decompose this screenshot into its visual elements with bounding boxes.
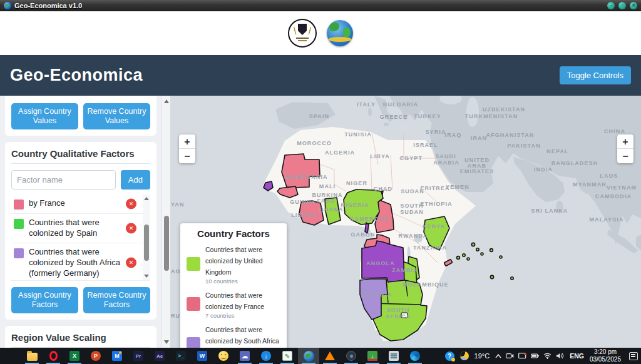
taskbar-vlc[interactable] [319, 348, 341, 364]
taskbar-edge[interactable] [404, 348, 426, 364]
after-effects-icon: Ae [155, 351, 165, 361]
scroll-down-icon[interactable] [144, 275, 149, 278]
meet-now-icon[interactable] [506, 353, 514, 359]
window-title: Geo-Economica v1.0 [14, 2, 82, 9]
weather-moon-icon[interactable] [460, 351, 469, 360]
language-indicator[interactable]: ENG [570, 352, 584, 360]
legend-count: 10 countries [205, 278, 280, 285]
world-map[interactable]: ITALYBULGARIASPAINGREECETURKEYSYRIAIRAQT… [170, 96, 641, 348]
taskbar-geo-economica-active[interactable] [298, 348, 319, 364]
taskbar-powerpoint[interactable]: P [85, 348, 106, 364]
factor-label: Countries that were colonized by South A… [29, 247, 128, 279]
close-icon[interactable]: ✕ [630, 2, 637, 9]
map-zoom-control-right[interactable]: + − [617, 134, 633, 163]
taskbar-downloader[interactable]: ↓ [255, 348, 277, 364]
factor-row-spain[interactable]: Countries that were colonized by Spain ✕ [11, 214, 150, 243]
toggle-controls-button[interactable]: Toggle Controls [560, 66, 631, 84]
taskbar-cloud-app[interactable]: ☁ [234, 348, 255, 364]
taskbar-maps-app[interactable]: M [106, 348, 128, 364]
taskbar-messenger[interactable] [213, 348, 234, 364]
taskbar-file-explorer[interactable] [21, 348, 43, 364]
taskbar-notepad[interactable] [383, 348, 404, 364]
factor-color-swatch [14, 248, 24, 258]
country-values-card: Assign Country Values Remove Country Val… [5, 96, 156, 136]
legend-item-france: Countries that were colonized by France … [187, 289, 280, 319]
factor-row-south-africa[interactable]: Countries that were colonized by South A… [11, 243, 150, 281]
action-center-icon[interactable] [629, 352, 638, 360]
delete-factor-icon[interactable]: ✕ [126, 199, 136, 210]
page-title: Geo-Economica [10, 66, 143, 85]
weather-temperature[interactable]: 19°C [474, 352, 490, 360]
display-share-icon[interactable] [518, 353, 526, 360]
legend-swatch [187, 257, 200, 271]
taskbar-word[interactable]: W [192, 348, 213, 364]
battery-icon[interactable] [531, 353, 539, 358]
legend-title: Country Factors [187, 228, 280, 239]
excel-icon: X [69, 351, 79, 361]
assign-country-factors-button[interactable]: Assign Country Factors [11, 287, 78, 313]
taskbar-after-effects[interactable]: Ae [149, 348, 170, 364]
legend-swatch [187, 337, 200, 348]
taskbar-clock[interactable]: 3:20 pm 03/05/2025 [590, 348, 621, 363]
edge-icon [410, 351, 420, 361]
taskbar-powershell[interactable]: >_ [170, 348, 192, 364]
time: 3:20 pm [590, 348, 621, 356]
factor-list-scrollbar[interactable] [143, 195, 150, 280]
maximize-icon[interactable]: ▫ [618, 2, 626, 9]
zoom-out-button[interactable]: − [617, 149, 633, 163]
assign-country-values-button[interactable]: Assign Country Values [11, 103, 78, 129]
geoeconomica-globe-logo [327, 20, 353, 46]
legend-swatch [187, 297, 200, 311]
chevron-up-icon[interactable] [495, 354, 501, 358]
factor-name-input[interactable] [11, 170, 116, 190]
lesotho [401, 313, 408, 318]
help-icon[interactable]: ? [445, 351, 454, 361]
taskbar-camera-app[interactable] [341, 348, 362, 364]
scroll-down-icon[interactable] [164, 340, 169, 344]
region-value-scaling-heading: Region Value Scaling [11, 332, 150, 348]
powershell-icon: >_ [176, 351, 186, 361]
taskbar-excel[interactable]: X [64, 348, 85, 364]
add-factor-button[interactable]: Add [121, 170, 150, 190]
taskbar-idm[interactable]: ↓ [362, 348, 383, 364]
wifi-icon[interactable] [543, 353, 551, 359]
zoom-in-button[interactable]: + [179, 134, 195, 149]
remove-country-factors-button[interactable]: Remove Country Factors [83, 287, 150, 313]
delete-factor-icon[interactable]: ✕ [126, 258, 136, 268]
taskbar-opera[interactable] [43, 348, 64, 364]
factor-color-swatch [14, 219, 24, 229]
vlc-cone-icon [325, 351, 335, 360]
opera-icon [49, 351, 58, 361]
scrollbar-thumb[interactable] [164, 216, 169, 271]
taskbar-text-editor[interactable]: ✎ [277, 348, 298, 364]
powerpoint-icon: P [91, 351, 101, 361]
maps-app-icon: M [112, 351, 122, 361]
company-crest-logo [288, 19, 317, 48]
delete-factor-icon[interactable]: ✕ [126, 223, 136, 233]
scroll-up-icon[interactable] [144, 197, 149, 200]
word-icon: W [197, 351, 207, 361]
volume-icon[interactable] [556, 353, 564, 359]
app-globe-icon [4, 2, 11, 9]
taskbar-premiere-pro[interactable]: Pr [128, 348, 149, 364]
messenger-icon [218, 351, 228, 361]
zoom-in-button[interactable]: + [617, 134, 633, 149]
remove-country-values-button[interactable]: Remove Country Values [83, 103, 150, 129]
minimize-icon[interactable]: – [607, 2, 615, 9]
geo-economica-globe-icon [304, 351, 314, 361]
region-value-scaling-card: Region Value Scaling [5, 326, 156, 348]
legend-item-uk: Countries that were colonized by United … [187, 243, 280, 285]
window-titlebar: Geo-Economica v1.0 – ▫ ✕ [0, 0, 641, 11]
start-button[interactable] [0, 348, 21, 364]
legend-item-south-africa: Countries that were colonized by South A… [187, 323, 280, 348]
factor-label: by France [29, 198, 128, 209]
legend-label: Countries that were colonized by United … [205, 246, 263, 276]
zoom-out-button[interactable]: − [179, 149, 195, 163]
factor-list[interactable]: by France ✕ Countries that were colonize… [11, 195, 150, 281]
date: 03/05/2025 [590, 356, 621, 363]
map-zoom-control-left[interactable]: + − [179, 134, 195, 163]
scroll-up-icon[interactable] [164, 99, 169, 103]
sidebar-scrollbar[interactable] [162, 96, 170, 348]
scrollbar-thumb[interactable] [144, 225, 149, 261]
factor-row-france[interactable]: by France ✕ [11, 195, 150, 214]
